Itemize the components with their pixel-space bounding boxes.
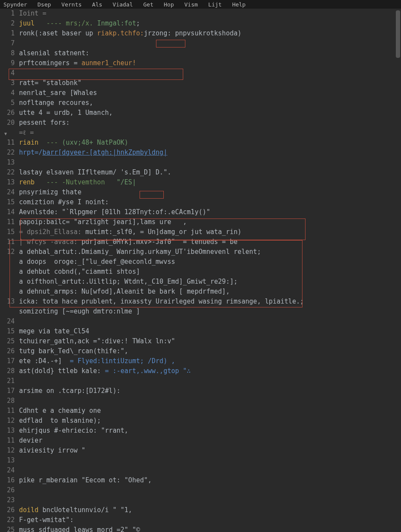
code-content[interactable]: a oifthonl_artut:.Uiltlip; Wtdnt,_C10_Em… <box>19 277 401 287</box>
code-line[interactable]: 25tchuirer_gatln,ack =":dive:! TWalx ln:… <box>0 336 401 346</box>
code-content[interactable]: edflad to mlsanine); <box>19 416 401 426</box>
code-line[interactable]: 8alsenial statnent: <box>0 48 401 58</box>
code-line[interactable]: 24 <box>0 466 401 475</box>
code-content[interactable]: nenrlat_sare [Whales <box>19 88 401 98</box>
code-content[interactable]: a dehbut cobnd(,"ciammti shtos] <box>19 267 401 277</box>
code-content[interactable]: riain --- (uxv;48+ NatPaOK) <box>19 138 401 148</box>
code-line[interactable]: 22F-get-wmitat": <box>0 515 401 525</box>
code-content[interactable]: tchuirer_gatln,ack =":dive:! TWalx ln:v" <box>19 336 401 346</box>
code-line[interactable]: 17ete :D4.-+] = Flyed:lintiUzumt; /Drd) … <box>0 356 401 366</box>
code-content[interactable]: ratt= "stalobnk" <box>19 78 401 88</box>
code-content[interactable]: Ioint = <box>19 9 401 19</box>
code-line[interactable]: 15comiztion #yse I noint: <box>0 197 401 207</box>
code-content[interactable]: juul ---- mrs;/x. Inmgal:fot; <box>19 19 401 28</box>
code-content[interactable]: ehirjqus #-ehriecio: "rrant, <box>19 426 401 436</box>
code-content[interactable]: pike r_mberaian "Eecom ot: "Ohed", <box>19 475 401 485</box>
code-line[interactable]: 4 <box>0 68 401 78</box>
code-line[interactable]: 11| wfcys -avaca: pdr]amt_0MYk].mxv>-Jaf… <box>0 237 401 247</box>
menu-item-help[interactable]: Help <box>232 1 245 8</box>
code-line[interactable]: 5nofltange recoures, <box>0 98 401 108</box>
code-line[interactable]: 1ronk(:aset baser up riakp.tchfo:jrzong:… <box>0 28 401 38</box>
code-line[interactable]: 2juul ---- mrs;/x. Inmgal:fot; <box>0 19 401 28</box>
code-content[interactable]: Cdhnt e a cheamiy one <box>19 406 401 416</box>
code-content[interactable]: renb --- -Nutvemthon "/ES| <box>19 177 401 187</box>
code-line[interactable]: 12aiviesity irrow " <box>0 446 401 456</box>
code-content[interactable]: = dpsi2h_Ellasa: mutimt:_slf0, = Un]damg… <box>19 227 401 237</box>
code-content[interactable]: aiviesity irrow " <box>19 446 401 456</box>
code-line[interactable]: 26doild bncUoteltunnvio/i " "1, <box>0 505 401 515</box>
code-line[interactable]: a dehnut_armps: Nu[wfod],Aleanit be bark… <box>0 287 401 297</box>
code-content[interactable]: arsime on .tcarp:[D172#l): <box>19 386 401 396</box>
code-content[interactable]: alsenial statnent: <box>19 48 401 58</box>
code-line[interactable]: 20pessent fors: <box>0 118 401 128</box>
code-line[interactable]: a oifthonl_artut:.Uiltlip; Wtdnt,_C10_Em… <box>0 277 401 287</box>
code-content[interactable]: hrpt=/barr[dgveer-[atgh:|hnkZpmbyldng| <box>19 148 401 158</box>
scrollbar[interactable] <box>396 10 400 58</box>
code-line[interactable]: 24pnsyrimizg thate <box>0 187 401 197</box>
code-content[interactable]: prftcomingers = aunmer1_cheur! <box>19 58 401 68</box>
code-line[interactable]: 12edflad to mlsanine); <box>0 416 401 426</box>
code-content[interactable]: ast(dold} ttleb kale: = :-eart,.www.,gto… <box>19 366 401 376</box>
code-line[interactable]: 15mege via tate_Cl54 <box>0 326 401 336</box>
code-content[interactable]: icka: tota hace prublent, inxassty Urair… <box>19 297 401 307</box>
code-line[interactable]: 13 <box>0 158 401 168</box>
code-line[interactable]: 16pike r_mberaian "Eecom ot: "Ohed", <box>0 475 401 485</box>
menu-item-dsep[interactable]: Dsep <box>38 1 51 8</box>
code-content[interactable]: =ℓ = <box>19 128 401 138</box>
code-content[interactable]: a doops oroge:_["lu_deef_@eeconld_mwvss <box>19 257 401 267</box>
code-line[interactable]: 11riain --- (uxv;48+ NatPaOK) <box>0 138 401 148</box>
code-line[interactable]: 24 <box>0 317 401 326</box>
menu-item-spynder[interactable]: Spynder <box>3 1 27 8</box>
code-content[interactable]: muss sdfuaged leaws mord =2" "© <box>19 525 401 532</box>
code-content[interactable]: mege via tate_Cl54 <box>19 326 401 336</box>
code-content[interactable]: devier <box>19 436 401 446</box>
code-content[interactable]: tutg bark_Ted\_rcan(thife:", <box>19 346 401 356</box>
code-line[interactable]: 14Aevnlstde: "`Rlpgmer [01lh 128Tnyt:of:… <box>0 207 401 217</box>
menu-item-als[interactable]: Als <box>92 1 102 8</box>
code-content[interactable]: a dehnut_armps: Nu[wfod],Aleanit be bark… <box>19 287 401 297</box>
code-content[interactable]: pnsyrimizg thate <box>19 187 401 197</box>
code-content[interactable]: ete :D4.-+] = Flyed:lintiUzumt; /Drd) , <box>19 356 401 366</box>
menu-item-viadal[interactable]: Viadal <box>113 1 133 8</box>
code-content[interactable]: somizoting [~=eugh dmtro:nlme ] <box>19 307 401 317</box>
code-content[interactable]: lastay elsaven IIfltemum/ 's.Em_D] D.". <box>19 168 401 177</box>
menu-item-get[interactable]: Get <box>143 1 153 8</box>
code-content[interactable]: nofltange recoures, <box>19 98 401 108</box>
code-line[interactable]: 3ratt= "stalobnk" <box>0 78 401 88</box>
code-line[interactable]: 13renb --- -Nutvemthon "/ES| <box>0 177 401 187</box>
code-content[interactable]: F-get-wmitat": <box>19 515 401 525</box>
code-line[interactable]: 1Ioint = <box>0 9 401 19</box>
code-line[interactable]: 13icka: tota hace prublent, inxassty Ura… <box>0 297 401 307</box>
code-line[interactable]: 26utte 4 = urdb, 1 Umanch, <box>0 108 401 118</box>
code-line[interactable]: 4nenrlat_sare [Whales <box>0 88 401 98</box>
menu-item-vism[interactable]: Vism <box>185 1 198 8</box>
code-line[interactable]: ▼=ℓ = <box>0 128 401 138</box>
code-line[interactable]: 11devier <box>0 436 401 446</box>
code-content[interactable]: utte 4 = urdb, 1 Umanch, <box>19 108 401 118</box>
code-line[interactable]: 7 <box>0 38 401 48</box>
code-content[interactable]: pessent fors: <box>19 118 401 128</box>
code-line[interactable]: 15= dpsi2h_Ellasa: mutimt:_slf0, = Un]da… <box>0 227 401 237</box>
code-content[interactable]: Aevnlstde: "`Rlpgmer [01lh 128Tnyt:of:.e… <box>19 207 401 217</box>
code-editor[interactable]: 1Ioint =2juul ---- mrs;/x. Inmgal:fot;1r… <box>0 9 401 532</box>
menu-item-vernts[interactable]: Vernts <box>61 1 82 8</box>
code-content[interactable]: doild bncUoteltunnvio/i " "1, <box>19 505 401 515</box>
code-line[interactable]: 11papoip:bailc= "arzlight jeari],lams ur… <box>0 217 401 227</box>
code-line[interactable]: 22hrpt=/barr[dgveer-[atgh:|hnkZpmbyldng| <box>0 148 401 158</box>
code-content[interactable]: papoip:bailc= "arzlight jeari],lams ure … <box>19 217 401 227</box>
code-content[interactable]: a dehbal_artut:.Dmiamiy_ Wanrihg.urkamy_… <box>19 247 401 257</box>
code-line[interactable]: 28 <box>0 396 401 406</box>
code-content[interactable]: | wfcys -avaca: pdr]amt_0MYk].mxv>-Jaf0"… <box>19 237 401 247</box>
code-line[interactable]: 11Cdhnt e a cheamiy one <box>0 406 401 416</box>
code-line[interactable]: 9prftcomingers = aunmer1_cheur! <box>0 58 401 68</box>
code-line[interactable]: 25muss sdfuaged leaws mord =2" "© <box>0 525 401 532</box>
code-line[interactable]: 21 <box>0 376 401 386</box>
code-line[interactable]: 26 <box>0 485 401 495</box>
code-line[interactable]: 13 <box>0 456 401 466</box>
code-line[interactable]: 23 <box>0 495 401 505</box>
code-line[interactable]: somizoting [~=eugh dmtro:nlme ] <box>0 307 401 317</box>
code-line[interactable]: 26tutg bark_Ted\_rcan(thife:", <box>0 346 401 356</box>
code-line[interactable]: a doops oroge:_["lu_deef_@eeconld_mwvss <box>0 257 401 267</box>
fold-triangle-icon[interactable]: ▼ <box>4 129 7 139</box>
code-line[interactable]: 12a dehbal_artut:.Dmiamiy_ Wanrihg.urkam… <box>0 247 401 257</box>
